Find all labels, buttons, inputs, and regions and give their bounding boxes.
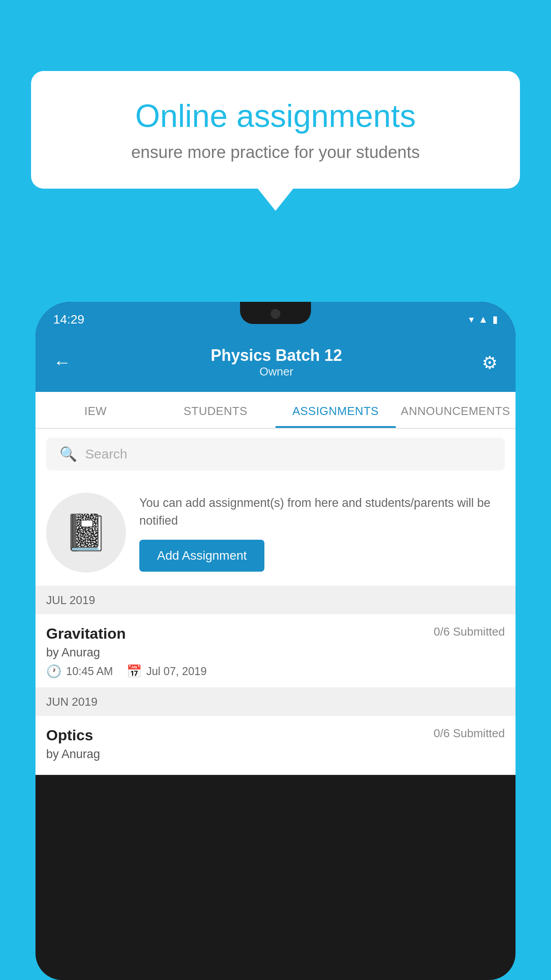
speech-bubble-container: Online assignments ensure more practice … <box>31 71 520 211</box>
phone-frame: 14:29 ▾ ▲ ▮ ← Physics Batch 12 Owner ⚙ I… <box>35 302 516 980</box>
promo-section: 📓 You can add assignment(s) from here an… <box>35 479 516 586</box>
tab-iew[interactable]: IEW <box>35 392 156 428</box>
status-icons: ▾ ▲ ▮ <box>469 314 498 325</box>
tab-students[interactable]: STUDENTS <box>156 392 276 428</box>
assignment-by-optics: by Anurag <box>46 747 505 761</box>
calendar-icon: 📅 <box>126 664 142 679</box>
app-header: ← Physics Batch 12 Owner ⚙ <box>35 337 516 392</box>
status-bar: 14:29 ▾ ▲ ▮ <box>35 302 516 337</box>
assignment-by-gravitation: by Anurag <box>46 646 505 660</box>
month-label-jul: JUL 2019 <box>46 593 95 607</box>
header-title-group: Physics Batch 12 Owner <box>211 346 342 379</box>
clock-icon: 🕐 <box>46 664 62 679</box>
assignment-date-gravitation: 📅 Jul 07, 2019 <box>126 664 207 679</box>
promo-description: You can add assignment(s) from here and … <box>139 494 505 530</box>
phone-screen: 🔍 Search 📓 You can add assignment(s) fro… <box>35 429 516 775</box>
assignment-name-optics: Optics <box>46 727 93 744</box>
status-time: 14:29 <box>53 312 84 327</box>
back-button[interactable]: ← <box>53 352 71 372</box>
wifi-icon: ▾ <box>469 314 474 325</box>
speech-bubble: Online assignments ensure more practice … <box>31 71 520 189</box>
assignment-name-gravitation: Gravitation <box>46 625 126 642</box>
tab-announcements[interactable]: ANNOUNCEMENTS <box>396 392 516 428</box>
promo-icon-circle: 📓 <box>46 493 126 573</box>
search-bar[interactable]: 🔍 Search <box>46 438 505 470</box>
assignment-submitted-optics: 0/6 Submitted <box>434 727 505 740</box>
assignment-meta-gravitation: 🕐 10:45 AM 📅 Jul 07, 2019 <box>46 664 505 679</box>
search-icon: 🔍 <box>59 446 77 462</box>
assignment-item-optics[interactable]: Optics 0/6 Submitted by Anurag <box>35 716 516 775</box>
promo-content: You can add assignment(s) from here and … <box>139 494 505 572</box>
speech-bubble-subtitle: ensure more practice for your students <box>67 143 484 162</box>
assignment-item-gravitation[interactable]: Gravitation 0/6 Submitted by Anurag 🕐 10… <box>35 614 516 688</box>
assignment-top-row: Gravitation 0/6 Submitted <box>46 625 505 642</box>
search-bar-wrapper: 🔍 Search <box>35 429 516 479</box>
camera-notch <box>271 309 280 319</box>
batch-title: Physics Batch 12 <box>211 346 342 365</box>
date-value: Jul 07, 2019 <box>146 665 207 678</box>
month-label-jun: JUN 2019 <box>46 695 98 708</box>
month-header-jul: JUL 2019 <box>35 586 516 614</box>
speech-bubble-arrow <box>258 189 293 211</box>
tab-assignments[interactable]: ASSIGNMENTS <box>276 392 396 428</box>
notebook-icon: 📓 <box>64 512 108 553</box>
battery-icon: ▮ <box>492 314 498 325</box>
assignment-top-row-optics: Optics 0/6 Submitted <box>46 727 505 744</box>
speech-bubble-title: Online assignments <box>67 98 484 134</box>
assignment-time-gravitation: 🕐 10:45 AM <box>46 664 113 679</box>
tabs-bar: IEW STUDENTS ASSIGNMENTS ANNOUNCEMENTS <box>35 392 516 429</box>
signal-icon: ▲ <box>478 314 488 325</box>
search-placeholder: Search <box>85 447 127 462</box>
owner-label: Owner <box>211 365 342 379</box>
add-assignment-button[interactable]: Add Assignment <box>139 540 264 572</box>
time-value: 10:45 AM <box>66 665 113 678</box>
settings-icon[interactable]: ⚙ <box>482 352 498 373</box>
month-header-jun: JUN 2019 <box>35 688 516 716</box>
assignment-submitted-gravitation: 0/6 Submitted <box>434 625 505 639</box>
